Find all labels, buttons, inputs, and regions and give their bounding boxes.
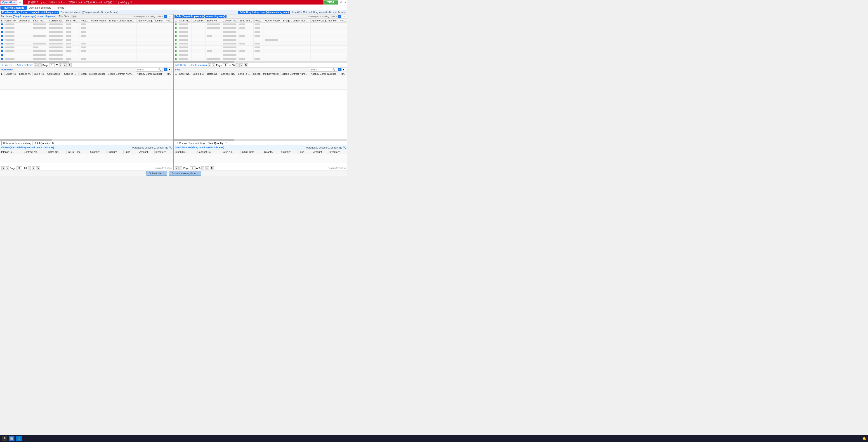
tab-operation-summary[interactable]: Operation Summary	[27, 6, 53, 10]
col-agency-cargo: Agency Cargo Number	[136, 19, 165, 23]
icol-empty	[309, 150, 312, 154]
tab-physical-matching[interactable]: Physical Matching	[0, 6, 27, 10]
rcol-reca: Reca...	[253, 19, 264, 23]
bot-next-btn-left[interactable]: ›	[28, 166, 31, 170]
next-page-btn[interactable]: ›	[59, 63, 62, 67]
view-toggle-matching-right[interactable]: ≡	[338, 68, 341, 71]
ocol-empty	[135, 150, 138, 154]
warehouse-icon-right: 🔍	[343, 146, 346, 149]
icol-intank: Intank/Ou...	[174, 150, 196, 154]
table-row[interactable]	[0, 34, 173, 38]
bot-refresh-btn-right[interactable]: ↻	[210, 166, 214, 170]
ocol-contract: Contract No.	[23, 150, 47, 154]
table-row[interactable]	[0, 23, 173, 26]
right-first-page-btn[interactable]: «	[208, 63, 211, 67]
bot-prev-btn-left[interactable]: ‹	[6, 166, 9, 170]
col-reca: Reca...	[80, 19, 90, 23]
col-pur: Pur...	[165, 19, 173, 23]
table-row[interactable]	[174, 26, 347, 30]
ocol-intank: Intank/Ou...	[0, 150, 23, 154]
page-input-right-top[interactable]	[223, 63, 228, 67]
bot-first-btn-right[interactable]: «	[175, 166, 179, 170]
submit-match-btn[interactable]: Submit Match	[146, 171, 167, 176]
add-to-matching-btn-right[interactable]: + Add to matching	[189, 64, 207, 66]
right-matching-scrollbar[interactable]	[174, 139, 347, 141]
search-input-left[interactable]	[137, 68, 158, 71]
table-row[interactable]	[0, 53, 173, 57]
page-input-left-top[interactable]	[49, 63, 55, 67]
ocol-inout-time: In/Out Time	[67, 150, 89, 154]
table-row[interactable]	[0, 42, 173, 45]
bot-first-btn-left[interactable]: «	[1, 166, 5, 170]
settings-icon[interactable]: ⚙	[339, 1, 343, 4]
bot-next-btn-right[interactable]: ›	[202, 166, 204, 170]
prev-page-btn[interactable]: ‹	[38, 63, 41, 67]
table-row[interactable]	[0, 45, 173, 49]
first-page-btn[interactable]: «	[34, 63, 38, 67]
mcol-send-to: Send To l...	[63, 72, 79, 76]
table-row[interactable]	[0, 30, 173, 34]
view-toggle-left[interactable]: ≡	[164, 15, 167, 18]
dropdown-left[interactable]: ▼	[168, 15, 172, 18]
ocol-amount: Amount	[138, 150, 154, 154]
mcol-contract-no: Contract No.	[46, 72, 63, 76]
dropdown-matching-right[interactable]: ▼	[341, 68, 346, 71]
add-to-matching-btn[interactable]: + Add to matching	[15, 64, 33, 66]
dropdown-right[interactable]: ▼	[342, 15, 346, 18]
icol-inout-time: In/Out Time	[241, 150, 263, 154]
bot-last-btn-right[interactable]: »	[205, 166, 209, 170]
table-row[interactable]	[174, 34, 347, 38]
table-row[interactable]	[174, 42, 347, 45]
table-row[interactable]	[0, 38, 173, 42]
search-icon-left: 🔍	[158, 68, 161, 71]
table-row[interactable]	[174, 53, 347, 57]
test-button[interactable]: TEST	[323, 0, 338, 4]
bot-page-input-right[interactable]	[190, 166, 195, 170]
table-row[interactable]	[0, 49, 173, 53]
close-icon[interactable]: ✕	[343, 1, 347, 4]
refresh-btn-right-top[interactable]: ↻	[244, 63, 248, 67]
right-prev-page-btn[interactable]: ‹	[212, 63, 215, 67]
dropdown-matching-left[interactable]: ▼	[167, 68, 172, 71]
view-toggle-matching-left[interactable]: ≡	[164, 68, 167, 71]
pagination-top-left: ⊕ Split Qty + Add to matching « ‹ Page 7…	[0, 63, 173, 67]
ocol-qty2: Quantity	[106, 150, 124, 154]
right-last-page-btn[interactable]: »	[239, 63, 243, 67]
ocol-batch: Batch No.	[47, 150, 67, 154]
right-next-page-btn[interactable]: ›	[236, 63, 239, 67]
remove-from-matching-left[interactable]: ⊖ Remove from matching	[1, 141, 33, 145]
table-row[interactable]	[0, 57, 173, 61]
split-qty-btn[interactable]: ⊕ Split Qty	[1, 64, 12, 66]
bot-page-label-right: Page	[183, 167, 189, 170]
last-page-btn[interactable]: »	[63, 63, 67, 67]
split-qty-btn-right[interactable]: ⊕ Split Qty	[175, 64, 186, 66]
search-box-right: 🔍	[310, 68, 337, 72]
tab-remind[interactable]: Remind	[53, 6, 66, 10]
rcol-contract-no: Contract No.	[222, 19, 239, 23]
ocol-qty1: Quantity	[89, 150, 106, 154]
page-label: Page	[42, 64, 49, 67]
table-row[interactable]	[174, 49, 347, 53]
submit-inventory-match-btn[interactable]: Submit Inventory Match	[169, 171, 201, 176]
mcol-bridge: Bridge Contract Num...	[107, 72, 135, 76]
remove-from-matching-right[interactable]: ⊖ Remove from matching	[175, 141, 206, 145]
table-row[interactable]	[174, 30, 347, 34]
search-input-right[interactable]	[311, 68, 332, 71]
bot-refresh-btn-left[interactable]: ↻	[36, 166, 40, 170]
bot-prev-btn-right[interactable]: ‹	[180, 166, 182, 170]
total-qty-value-left: 0	[52, 142, 54, 144]
table-row[interactable]	[174, 38, 347, 42]
left-matching-scrollbar[interactable]	[0, 139, 173, 141]
mcol-batch-no: Batch No.	[33, 72, 46, 76]
right-top-scrollbar[interactable]	[174, 61, 347, 63]
table-row[interactable]	[0, 26, 173, 30]
bot-page-input-left[interactable]	[17, 166, 22, 170]
table-row[interactable]	[174, 23, 347, 26]
bot-last-btn-left[interactable]: »	[32, 166, 35, 170]
table-row[interactable]	[174, 57, 347, 61]
left-top-scrollbar[interactable]	[0, 61, 173, 63]
table-row[interactable]	[174, 45, 347, 49]
filter-toggle[interactable]: OFF	[71, 15, 77, 18]
view-toggle-right[interactable]: ≡	[338, 15, 341, 18]
refresh-btn-left-top[interactable]: ↻	[68, 63, 72, 67]
